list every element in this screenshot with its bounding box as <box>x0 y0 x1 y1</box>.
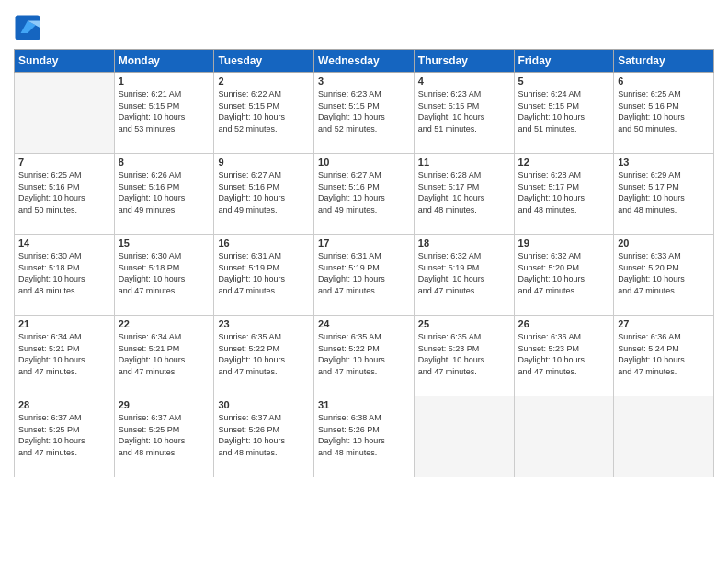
day-number: 30 <box>218 399 310 410</box>
day-info: Sunrise: 6:37 AM Sunset: 5:25 PM Dayligh… <box>18 412 110 458</box>
day-info: Sunrise: 6:35 AM Sunset: 5:22 PM Dayligh… <box>318 331 410 377</box>
calendar-cell: 28Sunrise: 6:37 AM Sunset: 5:25 PM Dayli… <box>15 396 115 477</box>
calendar-cell: 18Sunrise: 6:32 AM Sunset: 5:19 PM Dayli… <box>414 235 514 316</box>
day-number: 26 <box>518 318 610 329</box>
day-info: Sunrise: 6:28 AM Sunset: 5:17 PM Dayligh… <box>418 169 510 215</box>
calendar-cell <box>414 396 514 477</box>
day-number: 15 <box>119 237 210 248</box>
weekday-header: Wednesday <box>314 50 415 73</box>
day-info: Sunrise: 6:23 AM Sunset: 5:15 PM Dayligh… <box>418 88 510 134</box>
day-info: Sunrise: 6:37 AM Sunset: 5:26 PM Dayligh… <box>218 412 310 458</box>
day-number: 1 <box>119 75 210 86</box>
calendar-cell: 7Sunrise: 6:25 AM Sunset: 5:16 PM Daylig… <box>15 154 115 235</box>
day-info: Sunrise: 6:34 AM Sunset: 5:21 PM Dayligh… <box>119 331 210 377</box>
calendar-cell: 23Sunrise: 6:35 AM Sunset: 5:22 PM Dayli… <box>214 316 314 396</box>
day-info: Sunrise: 6:28 AM Sunset: 5:17 PM Dayligh… <box>518 169 610 215</box>
logo <box>14 14 45 41</box>
calendar-cell <box>514 396 614 477</box>
calendar-cell: 22Sunrise: 6:34 AM Sunset: 5:21 PM Dayli… <box>114 316 214 396</box>
day-number: 10 <box>318 156 410 167</box>
calendar-cell: 27Sunrise: 6:36 AM Sunset: 5:24 PM Dayli… <box>614 316 714 396</box>
day-number: 4 <box>418 75 510 86</box>
day-number: 17 <box>318 237 410 248</box>
weekday-row: SundayMondayTuesdayWednesdayThursdayFrid… <box>15 50 714 73</box>
calendar-cell <box>614 396 714 477</box>
calendar-cell: 12Sunrise: 6:28 AM Sunset: 5:17 PM Dayli… <box>514 154 614 235</box>
day-info: Sunrise: 6:38 AM Sunset: 5:26 PM Dayligh… <box>318 412 410 458</box>
calendar-cell: 20Sunrise: 6:33 AM Sunset: 5:20 PM Dayli… <box>614 235 714 316</box>
day-info: Sunrise: 6:36 AM Sunset: 5:23 PM Dayligh… <box>518 331 610 377</box>
calendar-cell: 19Sunrise: 6:32 AM Sunset: 5:20 PM Dayli… <box>514 235 614 316</box>
calendar-cell: 9Sunrise: 6:27 AM Sunset: 5:16 PM Daylig… <box>214 154 314 235</box>
calendar-table: SundayMondayTuesdayWednesdayThursdayFrid… <box>14 49 714 477</box>
day-number: 24 <box>318 318 410 329</box>
day-info: Sunrise: 6:32 AM Sunset: 5:20 PM Dayligh… <box>518 250 610 296</box>
day-number: 7 <box>18 156 110 167</box>
calendar-cell <box>15 73 115 154</box>
calendar-header: SundayMondayTuesdayWednesdayThursdayFrid… <box>15 50 714 73</box>
day-number: 22 <box>119 318 210 329</box>
calendar-cell: 29Sunrise: 6:37 AM Sunset: 5:25 PM Dayli… <box>114 396 214 477</box>
weekday-header: Tuesday <box>214 50 314 73</box>
day-info: Sunrise: 6:27 AM Sunset: 5:16 PM Dayligh… <box>218 169 310 215</box>
calendar-cell: 5Sunrise: 6:24 AM Sunset: 5:15 PM Daylig… <box>514 73 614 154</box>
calendar-cell: 10Sunrise: 6:27 AM Sunset: 5:16 PM Dayli… <box>314 154 415 235</box>
calendar-week-row: 28Sunrise: 6:37 AM Sunset: 5:25 PM Dayli… <box>15 396 714 477</box>
day-info: Sunrise: 6:36 AM Sunset: 5:24 PM Dayligh… <box>618 331 710 377</box>
day-number: 28 <box>18 399 110 410</box>
day-info: Sunrise: 6:31 AM Sunset: 5:19 PM Dayligh… <box>318 250 410 296</box>
calendar-cell: 3Sunrise: 6:23 AM Sunset: 5:15 PM Daylig… <box>314 73 415 154</box>
day-info: Sunrise: 6:30 AM Sunset: 5:18 PM Dayligh… <box>18 250 110 296</box>
page-container: SundayMondayTuesdayWednesdayThursdayFrid… <box>0 0 728 487</box>
day-number: 5 <box>518 75 610 86</box>
day-number: 18 <box>418 237 510 248</box>
weekday-header: Thursday <box>414 50 514 73</box>
day-info: Sunrise: 6:27 AM Sunset: 5:16 PM Dayligh… <box>318 169 410 215</box>
calendar-cell: 30Sunrise: 6:37 AM Sunset: 5:26 PM Dayli… <box>214 396 314 477</box>
day-info: Sunrise: 6:25 AM Sunset: 5:16 PM Dayligh… <box>618 88 710 134</box>
day-number: 29 <box>119 399 210 410</box>
day-number: 8 <box>119 156 210 167</box>
day-info: Sunrise: 6:21 AM Sunset: 5:15 PM Dayligh… <box>119 88 210 134</box>
calendar-week-row: 21Sunrise: 6:34 AM Sunset: 5:21 PM Dayli… <box>15 316 714 396</box>
day-info: Sunrise: 6:30 AM Sunset: 5:18 PM Dayligh… <box>119 250 210 296</box>
calendar-cell: 26Sunrise: 6:36 AM Sunset: 5:23 PM Dayli… <box>514 316 614 396</box>
day-number: 13 <box>618 156 710 167</box>
weekday-header: Saturday <box>614 50 714 73</box>
day-number: 27 <box>618 318 710 329</box>
calendar-cell: 16Sunrise: 6:31 AM Sunset: 5:19 PM Dayli… <box>214 235 314 316</box>
day-info: Sunrise: 6:23 AM Sunset: 5:15 PM Dayligh… <box>318 88 410 134</box>
day-info: Sunrise: 6:35 AM Sunset: 5:23 PM Dayligh… <box>418 331 510 377</box>
calendar-cell: 14Sunrise: 6:30 AM Sunset: 5:18 PM Dayli… <box>15 235 115 316</box>
calendar-cell: 4Sunrise: 6:23 AM Sunset: 5:15 PM Daylig… <box>414 73 514 154</box>
day-info: Sunrise: 6:32 AM Sunset: 5:19 PM Dayligh… <box>418 250 510 296</box>
day-info: Sunrise: 6:37 AM Sunset: 5:25 PM Dayligh… <box>119 412 210 458</box>
day-number: 2 <box>218 75 310 86</box>
calendar-week-row: 1Sunrise: 6:21 AM Sunset: 5:15 PM Daylig… <box>15 73 714 154</box>
calendar-cell: 24Sunrise: 6:35 AM Sunset: 5:22 PM Dayli… <box>314 316 415 396</box>
calendar-cell: 21Sunrise: 6:34 AM Sunset: 5:21 PM Dayli… <box>15 316 115 396</box>
calendar-cell: 6Sunrise: 6:25 AM Sunset: 5:16 PM Daylig… <box>614 73 714 154</box>
calendar-cell: 25Sunrise: 6:35 AM Sunset: 5:23 PM Dayli… <box>414 316 514 396</box>
weekday-header: Sunday <box>15 50 115 73</box>
day-number: 14 <box>18 237 110 248</box>
day-number: 25 <box>418 318 510 329</box>
day-info: Sunrise: 6:29 AM Sunset: 5:17 PM Dayligh… <box>618 169 710 215</box>
weekday-header: Monday <box>114 50 214 73</box>
calendar-cell: 1Sunrise: 6:21 AM Sunset: 5:15 PM Daylig… <box>114 73 214 154</box>
calendar-body: 1Sunrise: 6:21 AM Sunset: 5:15 PM Daylig… <box>15 73 714 477</box>
day-number: 12 <box>518 156 610 167</box>
calendar-week-row: 14Sunrise: 6:30 AM Sunset: 5:18 PM Dayli… <box>15 235 714 316</box>
header <box>14 9 714 41</box>
calendar-cell: 31Sunrise: 6:38 AM Sunset: 5:26 PM Dayli… <box>314 396 415 477</box>
day-info: Sunrise: 6:35 AM Sunset: 5:22 PM Dayligh… <box>218 331 310 377</box>
day-info: Sunrise: 6:24 AM Sunset: 5:15 PM Dayligh… <box>518 88 610 134</box>
day-number: 6 <box>618 75 710 86</box>
weekday-header: Friday <box>514 50 614 73</box>
calendar-cell: 2Sunrise: 6:22 AM Sunset: 5:15 PM Daylig… <box>214 73 314 154</box>
day-info: Sunrise: 6:34 AM Sunset: 5:21 PM Dayligh… <box>18 331 110 377</box>
day-number: 9 <box>218 156 310 167</box>
calendar-cell: 13Sunrise: 6:29 AM Sunset: 5:17 PM Dayli… <box>614 154 714 235</box>
day-info: Sunrise: 6:31 AM Sunset: 5:19 PM Dayligh… <box>218 250 310 296</box>
day-info: Sunrise: 6:25 AM Sunset: 5:16 PM Dayligh… <box>18 169 110 215</box>
